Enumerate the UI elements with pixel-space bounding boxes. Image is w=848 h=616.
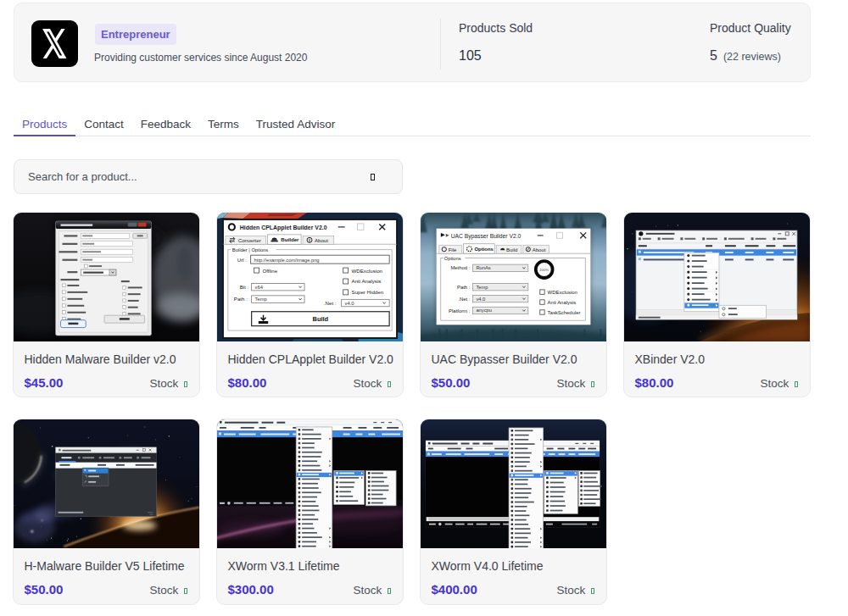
svg-text:anycpu: anycpu xyxy=(476,308,492,313)
svg-text:About: About xyxy=(315,237,328,243)
svg-text:Anti Analysis: Anti Analysis xyxy=(548,300,577,305)
svg-text:Hidden CPLApplet Builder V2.0: Hidden CPLApplet Builder V2.0 xyxy=(240,225,327,231)
svg-text:Url :: Url : xyxy=(237,257,248,263)
svg-text:Converter: Converter xyxy=(238,237,261,243)
svg-text:UAC Bypasser Builder V2.0: UAC Bypasser Builder V2.0 xyxy=(451,233,522,240)
svg-text:Platform :: Platform : xyxy=(449,308,471,314)
svg-text:Options: Options xyxy=(444,256,461,261)
svg-text:Build: Build xyxy=(506,247,517,253)
svg-text:Build: Build xyxy=(313,315,329,323)
svg-text:WDExclusion: WDExclusion xyxy=(352,268,383,274)
svg-text:Temp: Temp xyxy=(476,285,488,290)
svg-text:About: About xyxy=(533,247,546,253)
svg-text:v4.0: v4.0 xyxy=(345,301,354,306)
svg-text:Bit :: Bit : xyxy=(240,284,249,290)
svg-text:File: File xyxy=(449,247,457,253)
svg-text:http://example.com/image.png: http://example.com/image.png xyxy=(254,258,320,263)
svg-text:Method :: Method : xyxy=(450,265,470,270)
svg-text:Path :: Path : xyxy=(457,285,471,290)
svg-text:.Net :: .Net : xyxy=(324,300,337,306)
svg-text:Super Hidden: Super Hidden xyxy=(352,289,384,295)
svg-text:Anti Analysis: Anti Analysis xyxy=(352,278,382,284)
svg-text:Temp: Temp xyxy=(255,297,267,302)
svg-text:100%: 100% xyxy=(539,268,549,272)
svg-text:TaskScheduler: TaskScheduler xyxy=(548,310,581,315)
svg-text:RunAs: RunAs xyxy=(476,265,490,270)
svg-text:Path :: Path : xyxy=(234,296,248,302)
svg-text:WDExclusion: WDExclusion xyxy=(548,290,577,295)
svg-text:Offline: Offline xyxy=(263,268,278,274)
svg-text:v4.0: v4.0 xyxy=(476,297,485,302)
svg-text:.Net :: .Net : xyxy=(458,297,471,302)
svg-text:x64: x64 xyxy=(255,285,264,290)
svg-text:Options: Options xyxy=(474,247,494,252)
svg-text:Builder | Options: Builder | Options xyxy=(232,247,268,253)
svg-text:Builder: Builder xyxy=(281,236,299,242)
